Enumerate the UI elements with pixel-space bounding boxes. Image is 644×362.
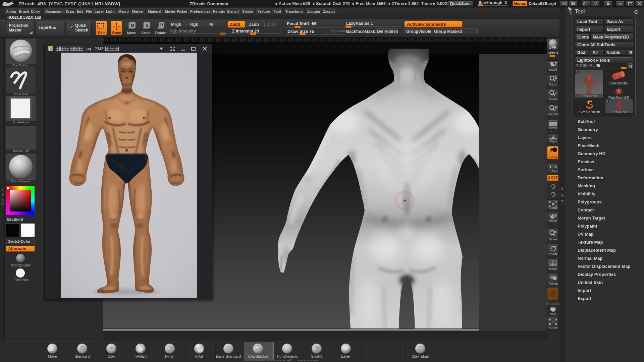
svg-text:S: S: [146, 23, 149, 28]
svg-text:BPR: BPR: [549, 46, 556, 49]
svg-text:M: M: [131, 23, 135, 28]
svg-text:!: !: [552, 165, 553, 169]
svg-text:R: R: [160, 23, 163, 27]
svg-text:x1: x1: [555, 92, 558, 95]
svg-text:Z: Z: [553, 193, 555, 196]
svg-text:.jpg - 2345: .jpg - 2345: [85, 47, 104, 51]
svg-text:Y: Y: [553, 185, 555, 188]
